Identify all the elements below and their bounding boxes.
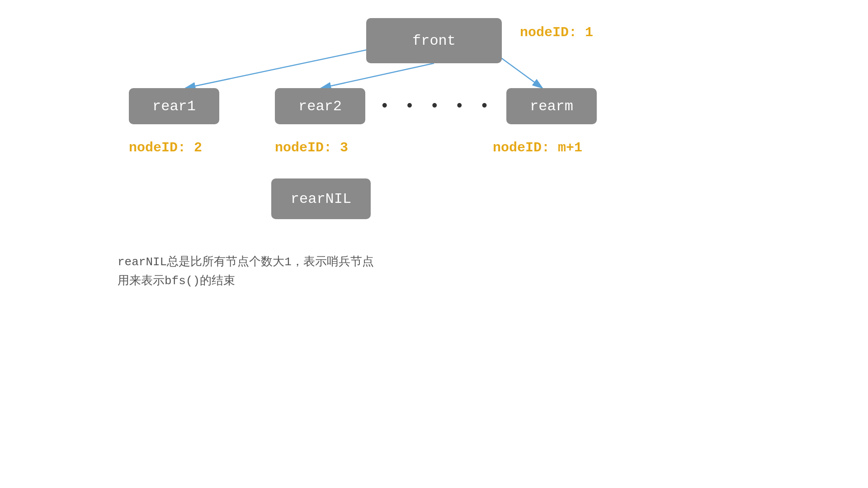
description-block: rearNIL总是比所有节点个数大1，表示哨兵节点 用来表示bfs()的结束 xyxy=(118,253,374,291)
node-rearnil: rearNIL xyxy=(271,178,371,219)
nodeid-rearm: nodeID: m+1 xyxy=(493,140,582,155)
description-line1: rearNIL总是比所有节点个数大1，表示哨兵节点 xyxy=(118,253,374,272)
dots-separator: • • • • • • xyxy=(380,97,517,116)
description-line2: 用来表示bfs()的结束 xyxy=(118,272,374,291)
nodeid-rear2: nodeID: 3 xyxy=(275,140,348,155)
nodeid-front: nodeID: 1 xyxy=(520,25,593,40)
nodeid-rear1: nodeID: 2 xyxy=(129,140,202,155)
node-rear1: rear1 xyxy=(129,88,219,124)
node-front: front xyxy=(366,18,502,63)
svg-line-1 xyxy=(321,63,434,88)
node-rear2: rear2 xyxy=(275,88,365,124)
node-rearm: rearm xyxy=(506,88,597,124)
svg-line-2 xyxy=(185,45,389,88)
